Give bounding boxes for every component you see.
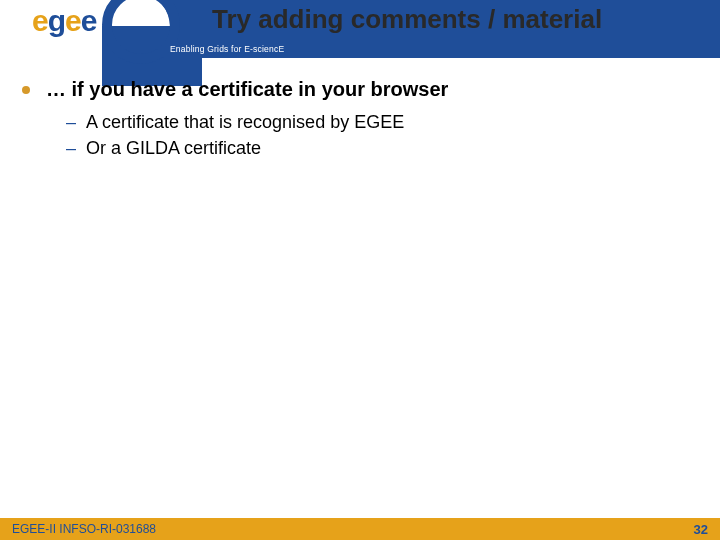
- logo-text: egee: [32, 4, 96, 38]
- bullet-dot-icon: [22, 86, 30, 94]
- sub-bullet-text: Or a GILDA certificate: [86, 137, 261, 159]
- egee-logo: egee: [4, 0, 174, 58]
- slide-subtitle: Enabling Grids for E-sciencE: [170, 44, 284, 54]
- bullet-level1: … if you have a certificate in your brow…: [22, 78, 698, 101]
- sub-bullet-list: – A certificate that is recognised by EG…: [66, 111, 698, 159]
- dash-icon: –: [66, 137, 76, 159]
- slide-body: … if you have a certificate in your brow…: [22, 78, 698, 163]
- slide-footer: EGEE-II INFSO-RI-031688 32: [0, 518, 720, 540]
- slide-title: Try adding comments / material: [212, 4, 712, 35]
- bullet-text: … if you have a certificate in your brow…: [46, 78, 448, 101]
- bullet-level2: – Or a GILDA certificate: [66, 137, 698, 159]
- bullet-level2: – A certificate that is recognised by EG…: [66, 111, 698, 133]
- dash-icon: –: [66, 111, 76, 133]
- slide-header: egee Try adding comments / material Enab…: [0, 0, 720, 56]
- sub-bullet-text: A certificate that is recognised by EGEE: [86, 111, 404, 133]
- footer-reference: EGEE-II INFSO-RI-031688: [12, 522, 156, 536]
- slide: egee Try adding comments / material Enab…: [0, 0, 720, 540]
- page-number: 32: [694, 522, 708, 537]
